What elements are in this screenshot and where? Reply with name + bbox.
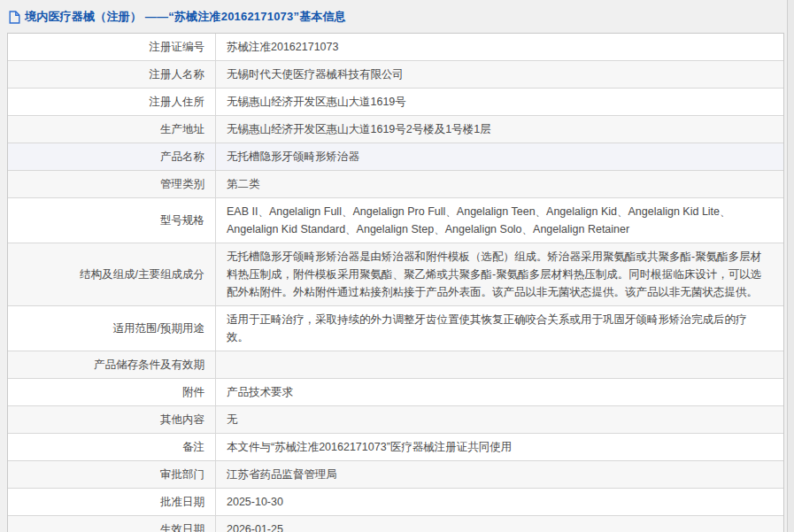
row-value: 2026-01-25 bbox=[216, 516, 783, 532]
row-label-text: 适用范围/预期用途 bbox=[113, 320, 204, 337]
row-value: 无锡时代天使医疗器械科技有限公司 bbox=[216, 61, 783, 88]
table-row: 适用范围/预期用途适用于正畸治疗，采取持续的外力调整牙齿位置使其恢复正确咬合关系… bbox=[8, 305, 783, 351]
row-value-text: 无锡惠山经济开发区惠山大道1619号2号楼及1号楼1层 bbox=[227, 123, 491, 135]
row-label-text: 审批部门 bbox=[160, 466, 204, 483]
page-title: 境内医疗器械（注册） ——“苏械注准20162171073”基本信息 bbox=[25, 9, 346, 25]
table-row: 其他内容无 bbox=[8, 405, 783, 433]
table-row: 批准日期2025-10-30 bbox=[8, 488, 783, 515]
row-label: 批准日期 bbox=[8, 489, 216, 515]
row-value-text: 无托槽隐形牙颌畸形矫治器是由矫治器和附件模板（选配）组成。矫治器采用聚氨酯或共聚… bbox=[227, 251, 761, 298]
table-row: 注册人住所无锡惠山经济开发区惠山大道1619号 bbox=[8, 88, 783, 115]
row-label-text: 结构及组成/主要组成成分 bbox=[80, 266, 204, 283]
table-row: 审批部门江苏省药品监督管理局 bbox=[8, 460, 783, 488]
row-label-text: 注册人名称 bbox=[150, 66, 205, 83]
row-value: 无锡惠山经济开发区惠山大道1619号 bbox=[216, 89, 783, 115]
page-header: 境内医疗器械（注册） ——“苏械注准20162171073”基本信息 bbox=[7, 7, 780, 33]
row-value: 产品技术要求 bbox=[216, 379, 783, 405]
row-value-text: 无锡时代天使医疗器械科技有限公司 bbox=[227, 68, 404, 81]
table-row: 产品储存条件及有效期 bbox=[8, 351, 783, 378]
row-label: 型号规格 bbox=[8, 198, 216, 243]
table-row: 附件产品技术要求 bbox=[8, 378, 783, 405]
row-value-text: 本文件与“苏械注准20162171073”医疗器械注册证共同使用 bbox=[227, 441, 512, 453]
row-label: 备注 bbox=[8, 434, 216, 460]
row-label-text: 批准日期 bbox=[160, 493, 204, 511]
record-page: 境内医疗器械（注册） ——“苏械注准20162171073”基本信息 注册证编号… bbox=[0, 0, 788, 532]
row-value-text: 江苏省药品监督管理局 bbox=[227, 468, 337, 481]
table-row: 结构及组成/主要组成成分无托槽隐形牙颌畸形矫治器是由矫治器和附件模板（选配）组成… bbox=[8, 243, 783, 305]
row-value-text: 2025-10-30 bbox=[227, 496, 283, 508]
row-value bbox=[216, 351, 783, 378]
row-value: 本文件与“苏械注准20162171073”医疗器械注册证共同使用 bbox=[216, 434, 783, 460]
row-label: 管理类别 bbox=[8, 171, 216, 197]
table-row: 产品名称无托槽隐形牙颌畸形矫治器 bbox=[8, 143, 783, 170]
row-value-text: 2026-01-25 bbox=[227, 523, 283, 532]
row-value: EAB II、Angelalign Full、Angelalign Pro Fu… bbox=[216, 198, 783, 243]
row-label: 附件 bbox=[8, 379, 216, 405]
row-value: 2025-10-30 bbox=[216, 489, 783, 515]
row-label-text: 注册人住所 bbox=[150, 93, 205, 111]
row-label-text: 附件 bbox=[182, 383, 204, 401]
row-label-text: 其他内容 bbox=[160, 411, 204, 428]
row-value-text: 苏械注准20162171073 bbox=[227, 41, 338, 53]
row-value-text: 无 bbox=[227, 413, 238, 426]
row-label-text: 产品名称 bbox=[160, 148, 204, 166]
row-label-text: 管理类别 bbox=[160, 175, 204, 193]
row-value: 无托槽隐形牙颌畸形矫治器 bbox=[216, 143, 783, 170]
table-row: 注册证编号苏械注准20162171073 bbox=[8, 34, 783, 60]
row-value-text: 无锡惠山经济开发区惠山大道1619号 bbox=[227, 96, 406, 108]
row-label-text: 生产地址 bbox=[160, 120, 204, 138]
row-value: 苏械注准20162171073 bbox=[216, 34, 783, 60]
row-label: 生效日期 bbox=[8, 516, 216, 532]
row-label: 产品名称 bbox=[8, 143, 216, 170]
row-value-text: 无托槽隐形牙颌畸形矫治器 bbox=[227, 150, 359, 163]
document-icon bbox=[9, 11, 20, 24]
table-row: 注册人名称无锡时代天使医疗器械科技有限公司 bbox=[8, 60, 783, 88]
table-row: 管理类别第二类 bbox=[8, 170, 783, 197]
table-row: 生效日期2026-01-25 bbox=[8, 515, 783, 532]
row-value-text: 产品技术要求 bbox=[227, 386, 293, 398]
row-label: 结构及组成/主要组成成分 bbox=[8, 243, 216, 305]
table-row: 生产地址无锡惠山经济开发区惠山大道1619号2号楼及1号楼1层 bbox=[8, 115, 783, 143]
table-row: 型号规格EAB II、Angelalign Full、Angelalign Pr… bbox=[8, 197, 783, 243]
row-value: 无锡惠山经济开发区惠山大道1619号2号楼及1号楼1层 bbox=[216, 116, 783, 143]
row-value: 无托槽隐形牙颌畸形矫治器是由矫治器和附件模板（选配）组成。矫治器采用聚氨酯或共聚… bbox=[216, 243, 783, 305]
row-label: 产品储存条件及有效期 bbox=[8, 351, 216, 378]
row-label-text: 型号规格 bbox=[160, 212, 204, 229]
row-value: 无 bbox=[216, 406, 783, 433]
row-label: 注册证编号 bbox=[8, 34, 216, 60]
row-value: 江苏省药品监督管理局 bbox=[216, 461, 783, 488]
row-label-text: 产品储存条件及有效期 bbox=[94, 356, 204, 374]
row-value: 第二类 bbox=[216, 171, 783, 197]
row-label-text: 备注 bbox=[182, 438, 204, 456]
table-row: 备注本文件与“苏械注准20162171073”医疗器械注册证共同使用 bbox=[8, 433, 783, 460]
row-label: 适用范围/预期用途 bbox=[8, 306, 216, 351]
info-table: 注册证编号苏械注准20162171073注册人名称无锡时代天使医疗器械科技有限公… bbox=[7, 33, 784, 532]
row-label: 生产地址 bbox=[8, 116, 216, 143]
row-value-text: EAB II、Angelalign Full、Angelalign Pro Fu… bbox=[227, 205, 731, 235]
row-value: 适用于正畸治疗，采取持续的外力调整牙齿位置使其恢复正确咬合关系或用于巩固牙颌畸形… bbox=[216, 306, 783, 351]
row-value-text: 适用于正畸治疗，采取持续的外力调整牙齿位置使其恢复正确咬合关系或用于巩固牙颌畸形… bbox=[227, 313, 747, 343]
row-label: 注册人住所 bbox=[8, 89, 216, 115]
row-label: 审批部门 bbox=[8, 461, 216, 488]
row-label-text: 注册证编号 bbox=[150, 38, 205, 56]
row-label-text: 生效日期 bbox=[160, 520, 204, 532]
row-value-text: 第二类 bbox=[227, 178, 260, 190]
row-label: 注册人名称 bbox=[8, 61, 216, 88]
row-label: 其他内容 bbox=[8, 406, 216, 433]
